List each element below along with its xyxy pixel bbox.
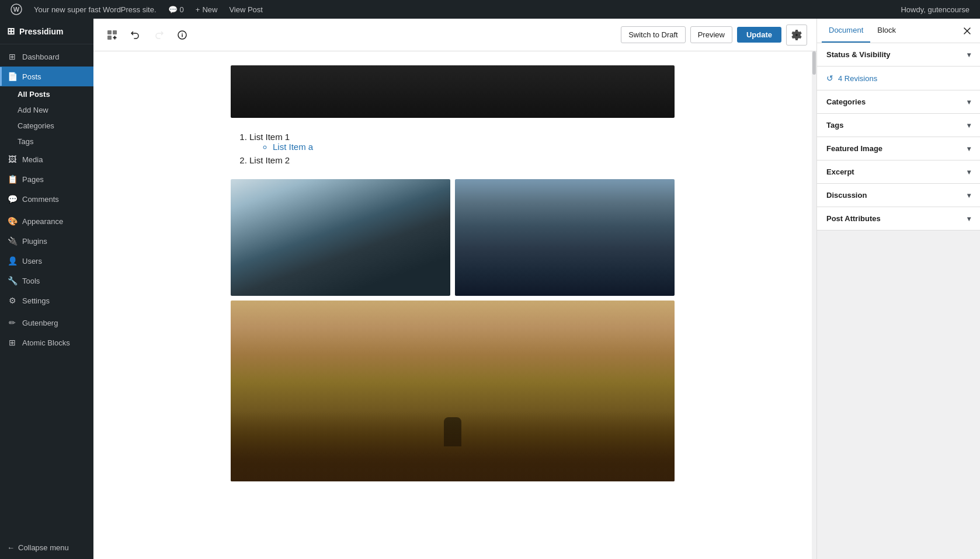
switch-to-draft-button[interactable]: Switch to Draft (621, 26, 686, 43)
sidebar-item-label-posts: Posts (22, 72, 41, 81)
sidebar-item-plugins[interactable]: 🔌 Plugins (0, 231, 93, 251)
tags-section-label: Tags (826, 121, 843, 130)
preview-button[interactable]: Preview (690, 26, 732, 43)
undo-button[interactable] (126, 26, 145, 44)
sidebar-section-extra: ✏ Gutenberg ⊞ Atomic Blocks (0, 313, 93, 352)
list-item-a[interactable]: List Item a (273, 142, 670, 152)
sidebar-item-label-users: Users (22, 257, 42, 265)
sidebar-item-appearance[interactable]: 🎨 Appearance (0, 211, 93, 231)
update-button[interactable]: Update (737, 27, 781, 43)
sidebar-item-dashboard[interactable]: ⊞ Dashboard (0, 47, 93, 67)
sidebar-item-gutenberg[interactable]: ✏ Gutenberg (0, 313, 93, 333)
panel-section-status: Status & Visibility ▾ (817, 43, 980, 67)
panel-section-excerpt-header[interactable]: Excerpt ▾ (817, 160, 980, 183)
list-item-1-text: List Item 1 (249, 132, 290, 142)
revisions-icon: ↺ (826, 74, 833, 83)
sidebar-item-comments[interactable]: 💬 Comments (0, 189, 93, 209)
new-item[interactable]: + New (190, 0, 224, 19)
featured-image-section-arrow: ▾ (967, 145, 971, 153)
panel-section-post-attributes-header[interactable]: Post Attributes ▾ (817, 207, 980, 230)
sidebar-item-posts[interactable]: 📄 Posts (0, 67, 93, 86)
tab-block[interactable]: Block (870, 19, 903, 43)
sidebar-item-pages[interactable]: 📋 Pages (0, 169, 93, 189)
brand-icon: ⊞ (7, 26, 15, 37)
atomic-blocks-icon: ⊞ (7, 337, 18, 348)
brand-name: Pressidium (19, 27, 63, 36)
excerpt-section-label: Excerpt (826, 167, 854, 176)
panel-section-discussion: Discussion ▾ (817, 184, 980, 207)
right-panel-tabs: Document Block (817, 19, 980, 43)
wp-logo-item[interactable]: W (5, 0, 28, 19)
svg-text:W: W (13, 6, 20, 13)
gallery-image-plane-wreck[interactable] (455, 179, 675, 296)
redo-button[interactable] (150, 26, 168, 44)
list-item-a-text: List Item a (273, 142, 313, 152)
tab-block-label: Block (877, 26, 896, 34)
editor-scrollbar-thumb[interactable] (812, 51, 816, 75)
sidebar-subitem-all-posts[interactable]: All Posts (0, 86, 93, 102)
list-block: List Item 1 List Item a List Item 2 (231, 132, 675, 165)
sidebar-item-atomic-blocks[interactable]: ⊞ Atomic Blocks (0, 333, 93, 352)
gallery-image-mountain[interactable] (231, 301, 675, 481)
users-icon: 👤 (7, 256, 18, 266)
all-posts-label: All Posts (18, 90, 50, 99)
switch-to-draft-label: Switch to Draft (628, 30, 678, 39)
panel-section-discussion-header[interactable]: Discussion ▾ (817, 184, 980, 207)
add-block-button[interactable] (103, 26, 121, 44)
sidebar-item-label-tools: Tools (22, 277, 40, 285)
sidebar-item-settings[interactable]: ⚙ Settings (0, 291, 93, 310)
header-image-block[interactable] (231, 65, 675, 118)
categories-section-label: Categories (826, 97, 866, 106)
sidebar-item-label-comments: Comments (22, 195, 59, 204)
editor-inner: List Item 1 List Item a List Item 2 (207, 51, 698, 495)
panel-section-featured-image: Featured Image ▾ (817, 137, 980, 160)
editor-toolbar: Switch to Draft Preview Update (93, 19, 816, 51)
panel-section-post-attributes: Post Attributes ▾ (817, 207, 980, 230)
sidebar-item-label-atomic-blocks: Atomic Blocks (22, 338, 70, 347)
sidebar-item-label-plugins: Plugins (22, 237, 47, 246)
dashboard-icon: ⊞ (7, 51, 18, 62)
list-item-1[interactable]: List Item 1 List Item a (249, 132, 670, 152)
site-name-item[interactable]: Your new super fast WordPress site. (28, 0, 162, 19)
tab-document[interactable]: Document (822, 19, 870, 43)
comments-count: 0 (180, 5, 184, 14)
panel-section-excerpt: Excerpt ▾ (817, 160, 980, 184)
discussion-section-arrow: ▾ (967, 191, 971, 200)
editor-area: Switch to Draft Preview Update (93, 19, 816, 559)
pages-icon: 📋 (7, 174, 18, 184)
ordered-list: List Item 1 List Item a List Item 2 (235, 132, 670, 165)
sidebar-collapse-menu[interactable]: ← Collapse menu (0, 536, 93, 559)
editor-scrollbar[interactable] (812, 51, 816, 559)
list-item-2[interactable]: List Item 2 (249, 155, 670, 165)
panel-section-tags-header[interactable]: Tags ▾ (817, 114, 980, 137)
sidebar-subitem-add-new[interactable]: Add New (0, 102, 93, 118)
posts-icon: 📄 (7, 71, 18, 82)
view-post-item[interactable]: View Post (223, 0, 269, 19)
categories-section-arrow: ▾ (967, 98, 971, 106)
howdy-text: Howdy, gutencourse (901, 5, 969, 14)
status-section-label: Status & Visibility (826, 50, 891, 59)
comments-item[interactable]: 💬 0 (162, 0, 190, 19)
sidebar-item-users[interactable]: 👤 Users (0, 251, 93, 271)
gallery-grid-top (231, 179, 675, 296)
sidebar-item-label-media: Media (22, 155, 43, 164)
nested-list: List Item a (249, 142, 670, 152)
svg-rect-2 (107, 30, 112, 34)
sidebar-item-media[interactable]: 🖼 Media (0, 149, 93, 169)
settings-gear-button[interactable] (786, 25, 807, 46)
panel-section-categories-header[interactable]: Categories ▾ (817, 90, 980, 113)
panel-section-status-header[interactable]: Status & Visibility ▾ (817, 43, 980, 66)
info-button[interactable] (173, 26, 192, 44)
plus-icon: + (196, 5, 200, 14)
post-attributes-section-arrow: ▾ (967, 215, 971, 223)
panel-section-featured-image-header[interactable]: Featured Image ▾ (817, 137, 980, 160)
sidebar-item-tools[interactable]: 🔧 Tools (0, 271, 93, 291)
gallery-image-snowy-road[interactable] (231, 179, 450, 296)
status-section-arrow: ▾ (967, 51, 971, 59)
howdy-item[interactable]: Howdy, gutencourse (895, 0, 975, 19)
sidebar-item-label-appearance: Appearance (22, 217, 63, 226)
sidebar-subitem-tags[interactable]: Tags (0, 134, 93, 149)
panel-revisions[interactable]: ↺ 4 Revisions (817, 67, 980, 90)
close-panel-button[interactable] (959, 23, 975, 39)
sidebar-subitem-categories[interactable]: Categories (0, 118, 93, 134)
